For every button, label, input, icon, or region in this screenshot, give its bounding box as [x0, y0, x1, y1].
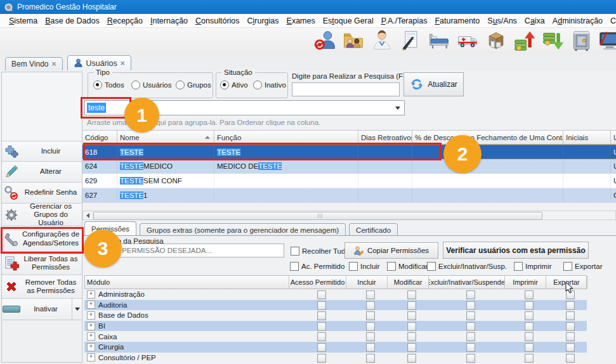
- module-row-auditoria[interactable]: +Auditoria: [84, 300, 587, 311]
- radio-grupos[interactable]: Grupos: [176, 81, 211, 89]
- permission-checkbox[interactable]: [466, 311, 475, 320]
- sidebar-button-incluir[interactable]: Incluir: [2, 141, 82, 162]
- table-row[interactable]: 627TESTE1G: [82, 188, 616, 203]
- column-header-nome[interactable]: Nome: [117, 131, 214, 144]
- chevron-down-icon[interactable]: [395, 107, 400, 110]
- permission-checkbox[interactable]: [466, 322, 475, 331]
- safe-icon[interactable]: [570, 29, 594, 53]
- expenses-down-icon[interactable]: [541, 29, 565, 53]
- scroll-left-arrow[interactable]: [83, 211, 93, 219]
- permission-checkbox[interactable]: [525, 322, 534, 331]
- ambulance-icon[interactable]: [455, 29, 480, 53]
- permission-checkbox[interactable]: [566, 311, 575, 320]
- menu-item-custo[interactable]: Custo: [606, 16, 616, 25]
- permission-checkbox[interactable]: [525, 301, 534, 310]
- module-column-imprimir[interactable]: Imprimir: [505, 276, 546, 289]
- menu-item-susans[interactable]: Sus/Ans: [483, 16, 521, 25]
- checkbox-box[interactable]: [290, 262, 299, 271]
- revenue-up-icon[interactable]: [513, 29, 537, 53]
- sidebar-button-liberar-todas-as-permiss-es[interactable]: Liberar Todas as Permissões: [2, 252, 82, 275]
- menu-item-cirurgias[interactable]: Cirurgias: [244, 16, 283, 25]
- verificar-usuarios-button[interactable]: Verificar usuários com esta permissão: [443, 242, 589, 259]
- expand-icon[interactable]: +: [87, 311, 95, 320]
- recolher-tudo-checkbox[interactable]: Recolher Tudo: [291, 247, 350, 256]
- filter-checkbox-incluir[interactable]: Incluir: [349, 262, 380, 271]
- permission-checkbox[interactable]: [466, 354, 475, 363]
- menu-item-caixa[interactable]: Caixa: [521, 16, 549, 25]
- permission-checkbox[interactable]: [466, 332, 475, 341]
- menu-item-sistema[interactable]: Sistema: [5, 16, 41, 25]
- table-row[interactable]: 624TESTE MEDICOMEDICO DE TESTEU: [82, 159, 616, 174]
- filter-checkbox-ac-permitido[interactable]: Ac. Permitido: [290, 262, 344, 271]
- sidebar-button-inativar[interactable]: Inativar: [2, 299, 82, 320]
- module-row-bi[interactable]: +BI: [84, 321, 587, 332]
- permission-checkbox[interactable]: [317, 301, 326, 310]
- permission-checkbox[interactable]: [566, 332, 575, 341]
- permission-checkbox[interactable]: [317, 354, 326, 363]
- module-row-cirurgia[interactable]: +Cirurgia: [84, 342, 587, 353]
- column-header-dias-retroativos[interactable]: Dias Retroativos: [358, 131, 412, 144]
- permission-checkbox[interactable]: [366, 301, 375, 310]
- search-input[interactable]: [292, 82, 400, 96]
- module-row-caixa[interactable]: +Caixa: [84, 331, 587, 342]
- permission-checkbox[interactable]: [366, 332, 375, 341]
- checkbox-box[interactable]: [563, 262, 572, 271]
- menu-item-estoquegeral[interactable]: Estoque Geral: [319, 16, 377, 25]
- permission-checkbox[interactable]: [525, 290, 534, 299]
- menu-item-recepo[interactable]: Recepção: [103, 16, 147, 25]
- radio-usuários[interactable]: Usuários: [131, 81, 171, 89]
- atualizar-button[interactable]: Atualizar: [403, 72, 464, 96]
- expand-icon[interactable]: +: [87, 332, 95, 341]
- checkbox-box[interactable]: [349, 262, 358, 271]
- radio-todos[interactable]: Todos: [93, 81, 124, 89]
- permission-checkbox[interactable]: [366, 311, 375, 320]
- menu-item-basededados[interactable]: Base de Dados: [41, 16, 103, 25]
- permission-checkbox[interactable]: [407, 343, 416, 352]
- radio-ativo[interactable]: Ativo: [220, 81, 248, 89]
- expand-icon[interactable]: +: [87, 301, 95, 309]
- module-column-excluir-inativar-suspender[interactable]: Excluir/Inativar/Suspender: [429, 276, 505, 289]
- module-row-base-de-dados[interactable]: +Base de Dados: [84, 310, 587, 321]
- permission-checkbox[interactable]: [466, 343, 475, 352]
- permission-checkbox[interactable]: [407, 311, 416, 320]
- panel-tab-grupos[interactable]: Grupos extras (somente para o gerenciado…: [140, 223, 346, 236]
- permission-checkbox[interactable]: [317, 311, 326, 320]
- permission-checkbox[interactable]: [466, 301, 475, 310]
- stock-icon[interactable]: [484, 29, 508, 53]
- sidebar-button-remover-todas-as-permiss-es[interactable]: Remover Todas as Permissões: [2, 275, 82, 299]
- module-column-m-dulo[interactable]: Módulo: [85, 276, 289, 289]
- menu-item-consultrios[interactable]: Consultórios: [192, 16, 243, 25]
- permission-checkbox[interactable]: [407, 354, 416, 363]
- permission-checkbox[interactable]: [566, 301, 575, 310]
- checkbox-box[interactable]: [427, 262, 436, 271]
- module-column-modificar[interactable]: Modificar: [388, 276, 429, 289]
- column-header-fun-o[interactable]: Função: [214, 131, 358, 144]
- horizontal-scrollbar[interactable]: [82, 211, 616, 220]
- permission-checkbox[interactable]: [407, 332, 416, 341]
- menu-item-exames[interactable]: Exames: [283, 16, 319, 25]
- filter-checkbox-imprimir[interactable]: Imprimir: [514, 262, 552, 271]
- filter-checkbox-excluir-inativar-susp-[interactable]: Excluir/Inativar/Susp.: [427, 262, 507, 271]
- checkbox-box[interactable]: [291, 247, 299, 256]
- permission-checkbox[interactable]: [566, 343, 575, 352]
- panel-tab-certificado[interactable]: Certificado: [349, 223, 398, 236]
- checkbox-box[interactable]: [387, 262, 396, 271]
- close-icon[interactable]: ×: [121, 60, 125, 67]
- expand-icon[interactable]: +: [87, 353, 95, 361]
- permission-checkbox[interactable]: [525, 354, 534, 363]
- column-header-u[interactable]: U: [611, 131, 616, 144]
- expand-icon[interactable]: +: [87, 290, 95, 299]
- user-groups-folder-icon[interactable]: [341, 29, 365, 53]
- sidebar-button-gerenciar-os-grupos-do-usu-rio[interactable]: Gerenciar os Grupos do Usuário: [2, 204, 82, 226]
- hospital-bed-icon[interactable]: [427, 29, 451, 53]
- permission-checkbox[interactable]: [366, 322, 375, 331]
- column-header-c-digo[interactable]: Código: [82, 131, 117, 144]
- module-row-consult-rio-pep[interactable]: +Consultório / PEP: [84, 353, 587, 363]
- permission-checkbox[interactable]: [525, 343, 534, 352]
- module-row-administra-o[interactable]: +Administração: [84, 289, 587, 300]
- permission-checkbox[interactable]: [317, 322, 326, 331]
- doctor-icon[interactable]: [370, 29, 394, 53]
- permission-checkbox[interactable]: [317, 343, 326, 352]
- permission-checkbox[interactable]: [407, 290, 416, 299]
- dropdown-arrow[interactable]: [72, 299, 82, 320]
